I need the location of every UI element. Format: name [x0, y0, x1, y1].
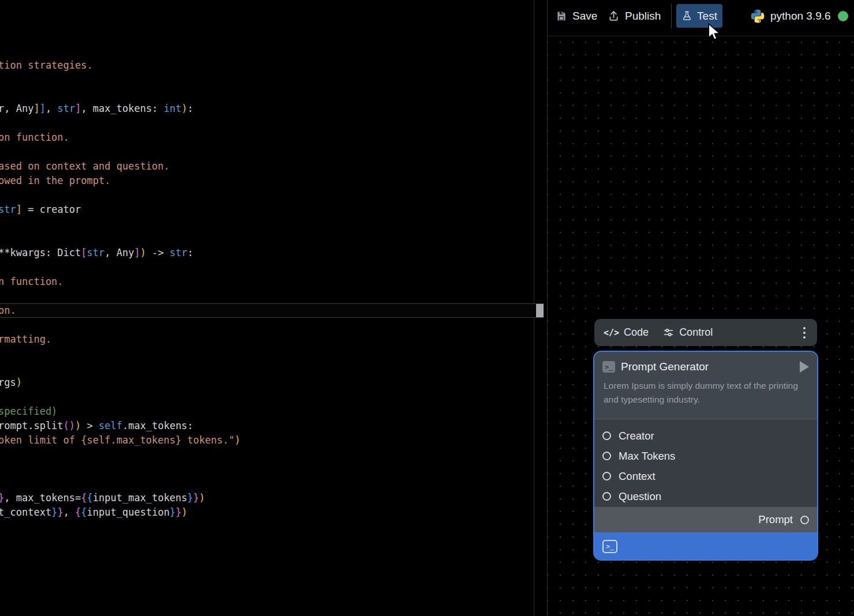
code-line: t_context}}, {{input_question}}) [0, 505, 188, 520]
code-line: rgs) [0, 375, 22, 390]
publish-label: Publish [625, 10, 661, 22]
code-line: on function. [0, 130, 69, 145]
tab-control[interactable]: Control [662, 326, 713, 339]
node-inputs: CreatorMax TokensContextQuestion [594, 419, 817, 507]
code-editor[interactable]: tion strategies.r, Any]], str], max_toke… [0, 0, 534, 616]
publish-button[interactable]: Publish [608, 0, 661, 32]
python-runtime-badge: python 3.9.6 [750, 0, 831, 32]
input-port-row: Max Tokens [594, 446, 817, 466]
mouse-cursor [705, 23, 722, 42]
save-icon [556, 10, 567, 22]
code-line: }, max_tokens={{input_max_tokens}}) [0, 491, 205, 505]
toolbar-separator [671, 3, 672, 28]
code-line: ased on context and question. [0, 159, 170, 174]
code-line: **kwargs: Dict[str, Any]) -> str: [0, 246, 193, 260]
test-label: Test [697, 10, 717, 22]
input-port-row: Question [594, 486, 817, 506]
node-footer: >_ [594, 532, 817, 561]
kebab-menu-icon[interactable] [801, 325, 808, 341]
tab-code-label: Code [624, 326, 649, 339]
runtime-label: python 3.9.6 [770, 10, 831, 22]
code-line: rompt.split()) > self.max_tokens: [0, 419, 193, 433]
terminal-outline-icon[interactable]: >_ [602, 540, 617, 553]
input-port-label: Context [619, 470, 656, 483]
node-tabbar: </> Code Control [594, 319, 817, 346]
publish-icon [608, 10, 620, 22]
input-port-label: Max Tokens [619, 450, 675, 463]
canvas-top-border [548, 36, 854, 36]
scrollbar-thumb[interactable] [536, 304, 544, 317]
output-port-row: Prompt [594, 507, 817, 532]
output-port-label: Prompt [758, 513, 793, 526]
code-line: str] = creator [0, 202, 81, 217]
play-icon[interactable] [800, 361, 809, 373]
code-line: specified) [0, 404, 57, 419]
input-port-label: Creator [619, 430, 654, 442]
input-port-circle[interactable] [602, 472, 611, 480]
tab-control-label: Control [679, 326, 713, 339]
toolbar: Save Publish Test [547, 0, 854, 32]
code-line: oken limit of {self.max_tokens} tokens."… [0, 433, 241, 448]
node-title: Prompt Generator [621, 360, 709, 373]
output-port-circle[interactable] [800, 516, 809, 524]
node-description: Lorem Ipsum is simply dummy text of the … [594, 373, 809, 407]
code-line: owed in the prompt. [0, 174, 110, 188]
tab-code[interactable]: </> Code [604, 326, 649, 339]
input-port-label: Question [619, 490, 661, 503]
input-port-row: Context [594, 466, 817, 486]
code-line: n function. [0, 275, 63, 289]
node-card-prompt-generator[interactable]: >_ Prompt Generator Lorem Ipsum is simpl… [593, 351, 818, 561]
input-port-circle[interactable] [602, 492, 611, 501]
app-window: tion strategies.r, Any]], str], max_toke… [0, 0, 854, 616]
input-port-circle[interactable] [602, 431, 611, 440]
node-header-section: >_ Prompt Generator Lorem Ipsum is simpl… [594, 352, 817, 419]
save-button[interactable]: Save [556, 0, 597, 32]
terminal-icon: >_ [602, 361, 615, 373]
code-line: tion strategies. [0, 58, 93, 73]
status-indicator-dot [838, 11, 848, 21]
input-port-circle[interactable] [602, 452, 611, 460]
current-line-highlight [0, 303, 544, 318]
python-logo-icon [750, 9, 765, 24]
code-line: on. [0, 303, 16, 318]
code-icon: </> [604, 328, 619, 338]
code-line: r, Any]], str], max_tokens: int): [0, 102, 193, 116]
save-label: Save [572, 10, 597, 22]
sliders-icon [662, 326, 675, 339]
input-port-row: Creator [594, 426, 817, 446]
flask-icon [681, 10, 692, 21]
code-line: rmatting. [0, 332, 51, 347]
